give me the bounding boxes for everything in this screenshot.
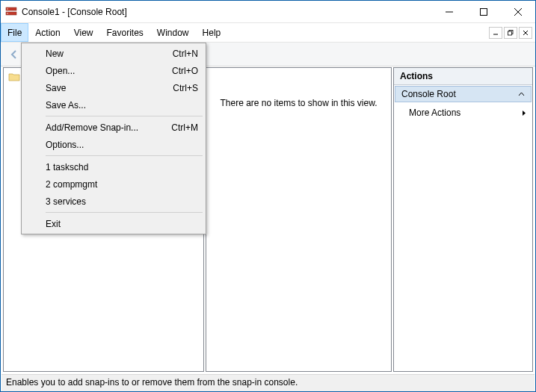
- window-title: Console1 - [Console Root]: [22, 7, 432, 17]
- titlebar: Console1 - [Console Root]: [1, 1, 535, 23]
- svg-point-3: [7, 13, 7, 13]
- menu-item-options[interactable]: Options...: [23, 136, 204, 153]
- menu-item-label: Exit: [46, 219, 61, 229]
- actions-more[interactable]: More Actions: [394, 103, 532, 122]
- menu-separator: [46, 212, 203, 213]
- menu-item-label: 2 compmgmt: [46, 179, 97, 190]
- svg-rect-10: [508, 31, 512, 35]
- svg-point-2: [7, 8, 7, 9]
- folder-icon: [8, 72, 20, 82]
- mmc-app-icon: [5, 6, 17, 18]
- actions-section-console-root[interactable]: Console Root: [395, 86, 532, 102]
- mdi-close-button[interactable]: [519, 27, 532, 39]
- menu-item-label: Open...: [46, 66, 75, 76]
- mdi-restore-button[interactable]: [504, 27, 517, 39]
- close-button[interactable]: [501, 1, 535, 22]
- actions-section-label: Console Root: [401, 89, 456, 99]
- menu-item-label: New: [46, 49, 64, 59]
- menu-view[interactable]: View: [67, 23, 100, 42]
- menu-help[interactable]: Help: [196, 23, 228, 42]
- empty-message: There are no items to show in this view.: [220, 98, 377, 108]
- menu-item-shortcut: Ctrl+N: [173, 49, 198, 59]
- menu-item-add-remove-snapin[interactable]: Add/Remove Snap-in... Ctrl+M: [23, 119, 204, 136]
- menu-item-label: 3 services: [46, 196, 86, 207]
- menu-item-label: Options...: [46, 140, 84, 150]
- menu-separator: [46, 155, 203, 156]
- menu-item-label: Save: [46, 83, 66, 93]
- menu-item-label: Add/Remove Snap-in...: [46, 122, 138, 133]
- file-menu-dropdown: New Ctrl+N Open... Ctrl+O Save Ctrl+S Sa…: [21, 43, 206, 234]
- menu-action[interactable]: Action: [28, 23, 67, 42]
- center-pane: There are no items to show in this view.: [206, 67, 392, 372]
- menu-item-shortcut: Ctrl+O: [172, 66, 198, 76]
- actions-header: Actions: [394, 68, 532, 85]
- collapse-up-icon: [518, 91, 525, 98]
- actions-more-label: More Actions: [409, 108, 460, 118]
- menubar: File Action View Favorites Window Help: [1, 23, 535, 43]
- submenu-right-icon: [521, 110, 526, 116]
- menu-item-recent-1[interactable]: 1 taskschd: [23, 158, 204, 175]
- menu-file[interactable]: File: [1, 23, 28, 42]
- maximize-button[interactable]: [466, 1, 501, 22]
- status-text: Enables you to add snap-ins to or remove…: [6, 377, 298, 388]
- mdi-minimize-button[interactable]: [489, 27, 502, 39]
- menu-item-recent-2[interactable]: 2 compmgmt: [23, 175, 204, 193]
- menu-item-recent-3[interactable]: 3 services: [23, 193, 204, 210]
- menu-favorites[interactable]: Favorites: [100, 23, 150, 42]
- menu-window[interactable]: Window: [150, 23, 196, 42]
- menu-item-exit[interactable]: Exit: [23, 215, 204, 232]
- menu-item-save-as[interactable]: Save As...: [23, 96, 204, 113]
- menu-item-label: Save As...: [46, 100, 86, 111]
- svg-rect-5: [481, 8, 487, 15]
- minimize-button[interactable]: [432, 1, 466, 22]
- statusbar: Enables you to add snap-ins to or remove…: [1, 374, 535, 391]
- menu-item-open[interactable]: Open... Ctrl+O: [23, 62, 204, 79]
- menu-item-new[interactable]: New Ctrl+N: [23, 45, 204, 62]
- menu-item-shortcut: Ctrl+S: [173, 83, 198, 93]
- menu-item-label: 1 taskschd: [46, 162, 88, 172]
- menu-separator: [46, 116, 203, 116]
- actions-pane: Actions Console Root More Actions: [393, 67, 533, 372]
- menu-item-save[interactable]: Save Ctrl+S: [23, 79, 204, 96]
- menu-item-shortcut: Ctrl+M: [171, 122, 198, 133]
